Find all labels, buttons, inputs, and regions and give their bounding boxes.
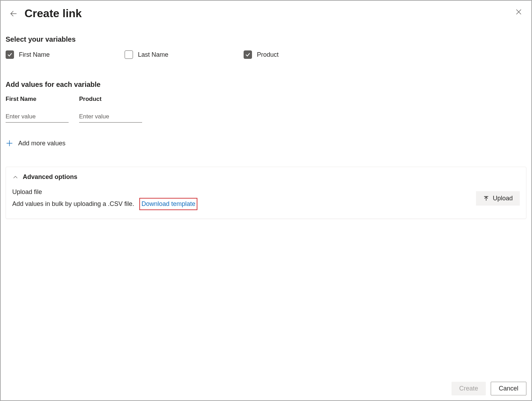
close-icon bbox=[515, 8, 522, 15]
panel-header: Create link bbox=[1, 1, 531, 23]
checkmark-icon bbox=[7, 52, 13, 57]
add-values-heading: Add values for each variable bbox=[6, 81, 526, 89]
close-button[interactable] bbox=[512, 6, 525, 18]
panel-title: Create link bbox=[24, 7, 82, 20]
values-grid: First Name Product bbox=[6, 96, 526, 123]
download-template-highlight: Download template bbox=[139, 198, 197, 210]
select-variables-heading: Select your variables bbox=[6, 35, 526, 43]
value-input-product[interactable] bbox=[79, 110, 142, 123]
value-column-header: First Name bbox=[6, 96, 69, 103]
upload-icon bbox=[483, 195, 489, 202]
variable-item-last-name: Last Name bbox=[125, 50, 244, 59]
panel-content: Select your variables First Name Last Na… bbox=[1, 23, 531, 377]
add-more-values-button[interactable]: Add more values bbox=[6, 139, 526, 147]
advanced-options-heading: Advanced options bbox=[23, 173, 77, 181]
variable-label: Last Name bbox=[138, 51, 168, 58]
add-more-label: Add more values bbox=[18, 140, 65, 147]
upload-file-label: Upload file bbox=[12, 187, 197, 197]
cancel-button[interactable]: Cancel bbox=[491, 382, 526, 395]
advanced-options-toggle[interactable]: Advanced options bbox=[12, 173, 520, 181]
download-template-link[interactable]: Download template bbox=[141, 200, 195, 207]
value-column-header: Product bbox=[79, 96, 142, 103]
value-input-first-name[interactable] bbox=[6, 110, 69, 123]
upload-file-description: Add values in bulk by uploading a .CSV f… bbox=[12, 200, 134, 207]
variables-row: First Name Last Name Product bbox=[6, 50, 526, 59]
create-button: Create bbox=[451, 382, 486, 395]
upload-button[interactable]: Upload bbox=[476, 191, 520, 206]
advanced-text: Upload file Add values in bulk by upload… bbox=[12, 187, 197, 210]
value-column-first-name: First Name bbox=[6, 96, 69, 123]
variable-label: Product bbox=[257, 51, 279, 58]
upload-button-label: Upload bbox=[493, 195, 513, 202]
checkbox-first-name[interactable] bbox=[6, 50, 14, 59]
variable-item-product: Product bbox=[244, 50, 363, 59]
checkmark-icon bbox=[245, 52, 251, 57]
variable-label: First Name bbox=[19, 51, 50, 58]
checkbox-last-name[interactable] bbox=[125, 50, 133, 59]
advanced-options-card: Advanced options Upload file Add values … bbox=[6, 167, 526, 219]
create-link-panel: Create link Select your variables First … bbox=[0, 0, 532, 401]
value-column-product: Product bbox=[79, 96, 142, 123]
advanced-options-body: Upload file Add values in bulk by upload… bbox=[12, 187, 520, 210]
checkbox-product[interactable] bbox=[244, 50, 252, 59]
back-button[interactable] bbox=[7, 7, 20, 20]
variable-item-first-name: First Name bbox=[6, 50, 125, 59]
upload-file-description-row: Add values in bulk by uploading a .CSV f… bbox=[12, 198, 197, 210]
panel-footer: Create Cancel bbox=[1, 377, 531, 400]
plus-icon bbox=[6, 139, 13, 147]
arrow-left-icon bbox=[9, 10, 17, 18]
chevron-up-icon bbox=[12, 174, 19, 180]
